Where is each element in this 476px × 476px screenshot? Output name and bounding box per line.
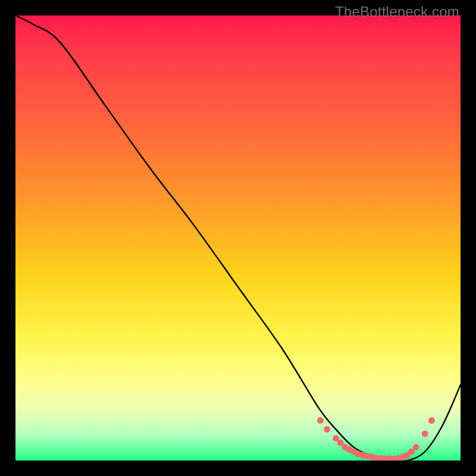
attribution-label: TheBottleneck.com	[335, 4, 459, 20]
highlight-dot	[317, 417, 324, 424]
highlight-dot	[413, 444, 419, 450]
plot-area	[15, 15, 461, 461]
marker-group	[317, 417, 435, 461]
chart-stage: TheBottleneck.com	[0, 0, 476, 476]
highlight-dot	[422, 431, 428, 437]
bottleneck-curve-path	[15, 15, 461, 461]
chart-svg	[15, 15, 461, 461]
highlight-dot	[428, 417, 435, 424]
highlight-dot	[324, 426, 330, 433]
